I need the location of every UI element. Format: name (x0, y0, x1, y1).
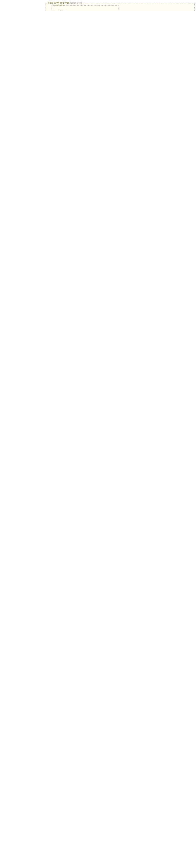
attributes-box-top: attributes id -type · · ·The local ident… (52, 5, 118, 11)
attributes-title: attributes (54, 4, 116, 6)
expand-icon[interactable]: - (63, 11, 65, 11)
attributes-rail (55, 10, 55, 11)
extension-group: FlexPartyPropType (extension) attributes… (45, 3, 195, 11)
attribute-name[interactable]: id - (59, 10, 65, 11)
attribute-entry: id -type · · ·The local identifier of th… (59, 10, 116, 11)
